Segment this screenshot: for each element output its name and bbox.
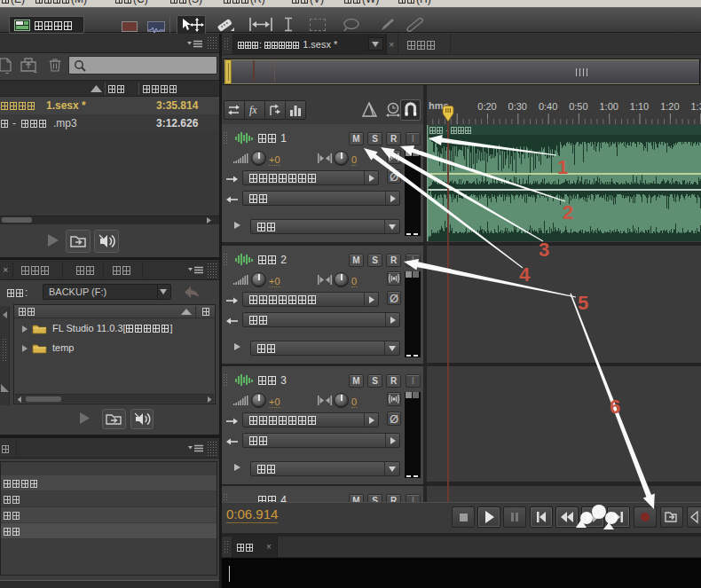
- svg-text:2: 2: [563, 201, 573, 223]
- svg-text:1: 1: [557, 156, 568, 178]
- svg-text:3: 3: [539, 239, 549, 261]
- svg-text:6: 6: [610, 396, 620, 418]
- svg-text:4: 4: [519, 263, 531, 286]
- svg-text:5: 5: [578, 292, 588, 314]
